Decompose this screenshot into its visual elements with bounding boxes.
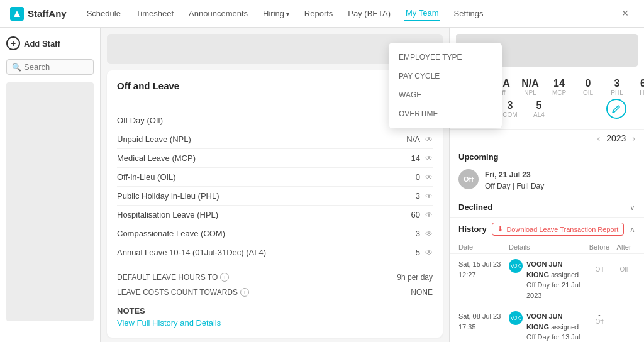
staff-sidebar: + Add Staff 🔍	[0, 28, 101, 342]
main-layout: + Add Staff 🔍 Off and Leave Balance Off …	[0, 28, 644, 342]
history-section[interactable]: History ⬇ Download Leave Transaction Rep…	[450, 217, 644, 241]
day-al4: 5 AL4	[530, 100, 548, 118]
leave-value-npl: N/A 👁	[389, 135, 433, 144]
view-full-history-link[interactable]: View Full History and Details	[117, 318, 221, 328]
leave-label-npl: Unpaid Leave (NPL)	[117, 135, 191, 144]
col-details: Details	[509, 243, 586, 251]
download-leave-report-button[interactable]: ⬇ Download Leave Transaction Report	[492, 223, 624, 236]
hist-before-1: - Off	[586, 259, 613, 273]
day-npl: N/A NPL	[521, 78, 539, 96]
day-oil: 0 OIL	[579, 78, 597, 96]
nav-reports[interactable]: Reports	[303, 6, 335, 21]
leave-meta-section: DEFAULT LEAVE HOURS TO i 9h per day LEAV…	[117, 270, 433, 300]
hist-avatar-1: VJK	[509, 259, 523, 273]
leave-row-al4: Annual Leave 10-14 (01Jul-31Dec) (AL4) 5…	[117, 243, 433, 262]
leave-row-off: Off Day (Off) N/A 👁	[117, 111, 433, 130]
close-button[interactable]: ×	[616, 5, 634, 23]
dropdown-wage[interactable]: WAGE	[389, 86, 502, 104]
history-label: History	[458, 224, 487, 234]
staff-list-area	[6, 82, 94, 321]
leave-value-oil: 0 👁	[389, 172, 433, 182]
leave-value-hpl: 60 👁	[389, 210, 433, 219]
eye-icon-com[interactable]: 👁	[425, 229, 433, 238]
filter-dropdown: EMPLOYEE TYPE PAY CYCLE WAGE OVERTIME	[389, 43, 502, 128]
upcoming-event-1: Off Fri, 21 Jul 23 Off Day | Full Day	[450, 164, 644, 197]
leave-row-com: Compassionate Leave (COM) 3 👁	[117, 224, 433, 243]
day-hpl: 60 HPL	[637, 78, 644, 96]
eye-icon-al4[interactable]: 👁	[425, 248, 433, 257]
plus-icon: +	[6, 36, 20, 50]
app-name: StaffAny	[28, 8, 67, 19]
next-year-button[interactable]: ›	[632, 133, 635, 143]
eye-icon-npl[interactable]: 👁	[425, 135, 433, 144]
nav-schedule[interactable]: Schedule	[86, 6, 122, 21]
leave-value-al4: 5 👁	[389, 248, 433, 257]
leave-balance-header: Balance	[117, 99, 433, 108]
col-date: Date	[458, 243, 509, 251]
top-navigation: StaffAny Schedule Timesheet Announcement…	[0, 0, 644, 28]
eye-icon-oil[interactable]: 👁	[425, 173, 433, 182]
eye-icon-mcp[interactable]: 👁	[425, 154, 433, 163]
hist-date-2: Sat, 08 Jul 23 17:35	[458, 311, 509, 332]
upcoming-label: Upcoming	[450, 147, 644, 164]
meta-label-hours: DEFAULT LEAVE HOURS TO i	[117, 273, 229, 282]
meta-row-hours: DEFAULT LEAVE HOURS TO i 9h per day	[117, 270, 433, 285]
col-after: After	[613, 243, 635, 251]
meta-label-costs: LEAVE COSTS COUNT TOWARDS i	[117, 288, 249, 297]
info-icon-costs[interactable]: i	[240, 288, 249, 297]
info-icon-hours[interactable]: i	[220, 273, 229, 282]
add-staff-button[interactable]: + Add Staff	[6, 34, 94, 53]
history-row-2: Sat, 08 Jul 23 17:35 VJK VOON JUN KIONG …	[450, 306, 644, 342]
hist-after-1: - Off	[613, 259, 635, 273]
col-before: Before	[586, 243, 613, 251]
hist-before-2: - Off	[586, 311, 613, 325]
hist-details-1: VOON JUN KIONG assigned Off Day for 21 J…	[526, 259, 586, 301]
hist-date-1: Sat, 15 Jul 23 12:27	[458, 259, 509, 280]
staff-search[interactable]: 🔍	[6, 59, 94, 75]
leave-card-title: Off and Leave	[117, 80, 433, 91]
hist-details-2: VOON JUN KIONG assigned Off Day for 13 J…	[526, 311, 586, 342]
day-com: 3 COM	[501, 100, 519, 118]
svg-marker-0	[14, 11, 20, 17]
declined-section[interactable]: Declined ∨	[450, 197, 644, 217]
history-row-1: Sat, 15 Jul 23 12:27 VJK VOON JUN KIONG …	[450, 254, 644, 306]
leave-value-phl: 3 👁	[389, 191, 433, 201]
leave-label-al4: Annual Leave 10-14 (01Jul-31Dec) (AL4)	[117, 248, 266, 257]
nav-settings[interactable]: Settings	[453, 6, 485, 21]
meta-row-costs: LEAVE COSTS COUNT TOWARDS i NONE	[117, 285, 433, 300]
app-logo[interactable]: StaffAny	[10, 7, 67, 21]
edit-leave-button[interactable]	[606, 99, 626, 119]
event-avatar-1: Off	[458, 169, 479, 189]
leave-row-hpl: Hospitalisation Leave (HPL) 60 👁	[117, 206, 433, 224]
search-input[interactable]	[24, 62, 88, 72]
leave-label-mcp: Medical Leave (MCP)	[117, 153, 196, 163]
logo-icon	[10, 7, 24, 21]
nav-hiring[interactable]: Hiring	[262, 6, 291, 21]
leave-label-off: Off Day (Off)	[117, 116, 163, 125]
eye-icon-hpl[interactable]: 👁	[425, 211, 433, 219]
leave-row-npl: Unpaid Leave (NPL) N/A 👁	[117, 130, 433, 149]
leave-row-oil: Off-in-Lieu (OIL) 0 👁	[117, 168, 433, 187]
search-icon: 🔍	[12, 63, 21, 72]
prev-year-button[interactable]: ‹	[597, 133, 601, 143]
event-text-1: Fri, 21 Jul 23 Off Day | Full Day	[485, 169, 544, 192]
nav-pay[interactable]: Pay (BETA)	[347, 6, 392, 21]
hist-avatar-2: VJK	[509, 311, 523, 325]
nav-myteam[interactable]: My Team	[404, 6, 440, 21]
declined-chevron-icon: ∨	[630, 203, 635, 212]
add-staff-label: Add Staff	[24, 39, 60, 48]
eye-icon-phl[interactable]: 👁	[425, 192, 433, 201]
declined-label: Declined	[458, 202, 492, 212]
leave-notes-label: NOTES	[117, 306, 433, 316]
dropdown-pay-cycle[interactable]: PAY CYCLE	[389, 67, 502, 86]
dropdown-employee-type[interactable]: EMPLOYEE TYPE	[389, 48, 502, 67]
dropdown-overtime[interactable]: OVERTIME	[389, 104, 502, 123]
leave-label-com: Compassionate Leave (COM)	[117, 229, 225, 238]
nav-announcements[interactable]: Announcements	[187, 6, 249, 21]
history-chevron-icon: ∧	[630, 225, 635, 234]
leave-label-hpl: Hospitalisation Leave (HPL)	[117, 210, 218, 219]
leave-value-com: 3 👁	[389, 229, 433, 238]
year-display: 2023	[606, 133, 626, 143]
nav-timesheet[interactable]: Timesheet	[135, 6, 175, 21]
leave-row-phl: Public Holiday in-Lieu (PHL) 3 👁	[117, 187, 433, 206]
